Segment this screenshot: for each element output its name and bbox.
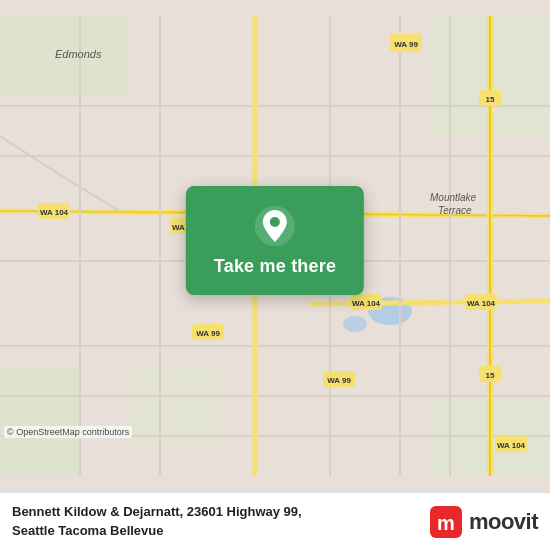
svg-text:WA 104: WA 104 <box>40 208 69 217</box>
svg-line-10 <box>310 301 550 304</box>
location-title: Bennett Kildow & Dejarnatt, 23601 Highwa… <box>12 503 418 539</box>
svg-text:WA 99: WA 99 <box>196 329 220 338</box>
location-pin-icon <box>253 204 297 248</box>
svg-text:m: m <box>437 512 455 534</box>
svg-rect-5 <box>0 366 80 476</box>
svg-text:WA 104: WA 104 <box>497 441 526 450</box>
svg-text:WA 104: WA 104 <box>467 299 496 308</box>
svg-text:WA 104: WA 104 <box>352 299 381 308</box>
svg-text:Edmonds: Edmonds <box>55 48 102 60</box>
app-container: WA 99 WA 104 WA 104 WA 104 WA 99 WA 99 1… <box>0 0 550 550</box>
location-info: Bennett Kildow & Dejarnatt, 23601 Highwa… <box>12 503 418 539</box>
svg-text:WA 99: WA 99 <box>327 376 351 385</box>
take-me-there-card[interactable]: Take me there <box>186 186 364 295</box>
svg-text:Mountlake: Mountlake <box>430 192 477 203</box>
svg-text:15: 15 <box>486 371 495 380</box>
svg-text:Terrace: Terrace <box>438 205 472 216</box>
svg-rect-7 <box>130 366 220 446</box>
moovit-logo: m moovit <box>428 504 538 540</box>
svg-text:WA 99: WA 99 <box>394 40 418 49</box>
svg-point-2 <box>343 316 367 332</box>
map-attribution: © OpenStreetMap contributors <box>4 426 132 438</box>
moovit-logo-icon: m <box>428 504 464 540</box>
svg-point-49 <box>270 217 280 227</box>
moovit-logo-text: moovit <box>469 509 538 535</box>
bottom-bar: Bennett Kildow & Dejarnatt, 23601 Highwa… <box>0 492 550 550</box>
take-me-there-label: Take me there <box>214 256 336 277</box>
map-area: WA 99 WA 104 WA 104 WA 104 WA 99 WA 99 1… <box>0 0 550 492</box>
svg-text:15: 15 <box>486 95 495 104</box>
